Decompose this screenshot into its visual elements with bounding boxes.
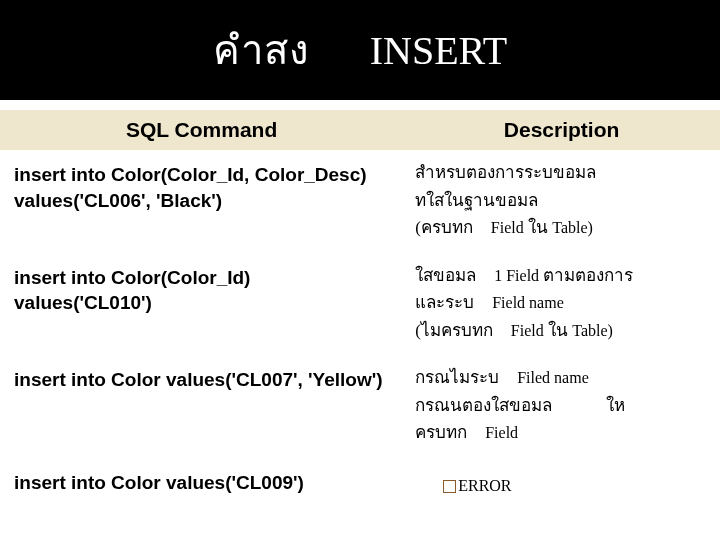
- error-text: ERROR: [458, 474, 511, 498]
- title-thai: คําสง: [213, 18, 310, 82]
- description-cell: ERROR: [403, 462, 720, 506]
- table-row: insert into Color(Color_Id, Color_Desc) …: [0, 150, 720, 253]
- title-en: INSERT: [370, 27, 508, 74]
- description-line: ครบทกField: [415, 420, 710, 446]
- error-box-icon: [443, 480, 456, 493]
- description-cell: สำหรบตองการระบขอมลทใสในฐานขอมล(ครบทกFiel…: [403, 154, 720, 249]
- description-line: กรณนตองใสขอมลให: [415, 393, 710, 419]
- title-bar: คําสง INSERT: [0, 0, 720, 100]
- table-row: insert into Color(Color_Id) values('CL01…: [0, 253, 720, 356]
- sql-cell: insert into Color(Color_Id) values('CL01…: [0, 257, 403, 352]
- sql-cell: insert into Color values('CL007', 'Yello…: [0, 359, 403, 454]
- header-sql-command: SQL Command: [0, 118, 403, 142]
- header-description: Description: [403, 118, 720, 142]
- description-line: สำหรบตองการระบขอมล: [415, 160, 710, 186]
- description-line: ทใสในฐานขอมล: [415, 188, 710, 214]
- table-row: insert into Color values('CL007', 'Yello…: [0, 355, 720, 458]
- sql-cell: insert into Color(Color_Id, Color_Desc) …: [0, 154, 403, 249]
- description-cell: กรณไมระบFiled nameกรณนตองใสขอมลใหครบทกFi…: [403, 359, 720, 454]
- table-header: SQL Command Description: [0, 110, 720, 150]
- description-line: (ครบทกField ใน Table): [415, 215, 710, 241]
- description-line: กรณไมระบFiled name: [415, 365, 710, 391]
- error-label: ERROR: [443, 474, 511, 498]
- description-line: ใสขอมล1 Field ตามตองการ: [415, 263, 710, 289]
- description-cell: ใสขอมล1 Field ตามตองการและระบField name(…: [403, 257, 720, 352]
- description-line: (ไมครบทกField ใน Table): [415, 318, 710, 344]
- sql-cell: insert into Color values('CL009'): [0, 462, 403, 506]
- separator: [0, 100, 720, 110]
- description-line: และระบField name: [415, 290, 710, 316]
- table-row: insert into Color values('CL009')ERROR: [0, 458, 720, 510]
- table-body: insert into Color(Color_Id, Color_Desc) …: [0, 150, 720, 510]
